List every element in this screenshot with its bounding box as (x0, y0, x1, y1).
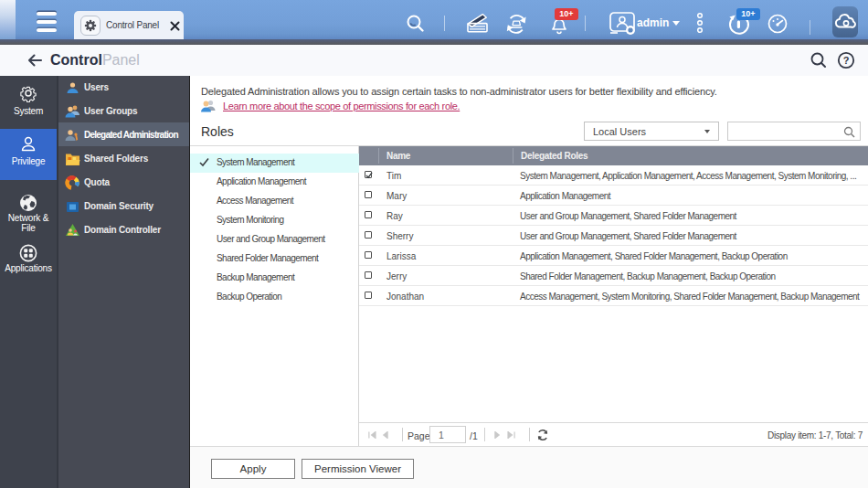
svg-text:?: ? (843, 55, 850, 66)
